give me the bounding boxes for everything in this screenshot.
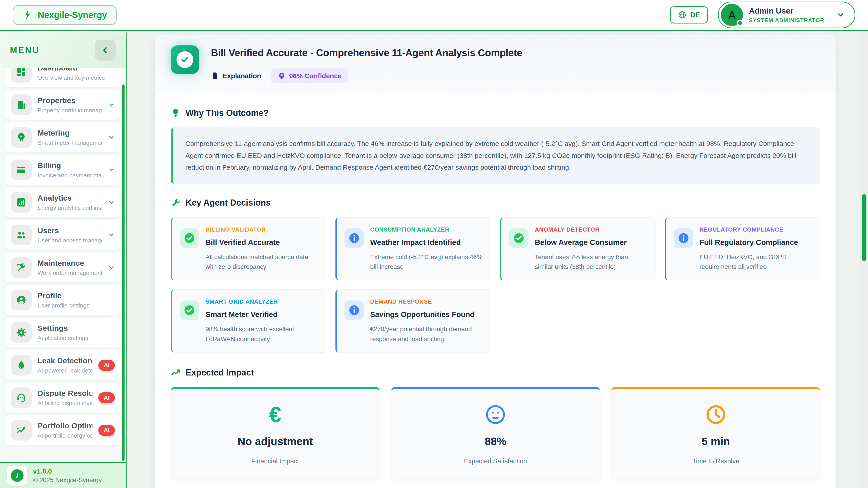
avatar-initial: A [728, 9, 736, 21]
impact-value: No adjustment [176, 435, 375, 448]
impact-value: 88% [396, 435, 595, 448]
wrench-icon [170, 198, 181, 208]
chevron-down-icon [837, 11, 845, 19]
smart-meter-icon [11, 127, 32, 148]
decision-card-billing-validator: BILLING VALIDATORBill Verified AccurateA… [170, 217, 327, 281]
clock-icon [616, 402, 815, 427]
check-circle-icon [180, 300, 199, 320]
sidebar-item-subtitle: Overview and key metrics [37, 74, 115, 81]
sidebar-item-title: Portfolio Optimi… [37, 421, 92, 430]
info-circle-icon [344, 228, 364, 248]
sidebar-item-metering[interactable]: MeteringSmart meter management [5, 123, 121, 152]
decision-title: Savings Opportunities Found [370, 310, 483, 319]
ai-badge: AI [98, 392, 115, 403]
sidebar-item-subtitle: AI billing dispute inve… [37, 400, 92, 407]
ai-badge: AI [98, 360, 115, 371]
decision-title: Full Regulatory Compliance [700, 238, 813, 247]
globe-icon [678, 11, 686, 19]
language-button[interactable]: DE [670, 6, 708, 24]
sidebar-item-subtitle: AI portfolio energy opt… [37, 432, 92, 439]
main-content: Bill Verified Accurate - Comprehensive 1… [127, 33, 868, 488]
agent-name: SMART GRID ANALYZER [206, 298, 318, 305]
sidebar-collapse-button[interactable] [95, 40, 116, 61]
why-text: Comprehensive 11-agent analysis confirms… [185, 138, 808, 173]
bar-chart-icon [11, 192, 32, 213]
decision-card-smart-grid-analyzer: SMART GRID ANALYZERSmart Meter Verified9… [170, 289, 327, 353]
user-name: Admin User [749, 6, 825, 15]
decision-card-anomaly-detector: ANOMALY DETECTORBelow Average ConsumerTe… [500, 217, 656, 281]
gear-icon [11, 322, 32, 343]
decision-title: Below Average Consumer [535, 238, 648, 247]
sidebar-item-maintenance[interactable]: MaintenanceWork order management [5, 253, 121, 283]
decision-card-demand-response: DEMAND RESPONSESavings Opportunities Fou… [336, 289, 491, 353]
dashboard-grid-icon [11, 68, 32, 83]
info-circle-icon [344, 300, 364, 320]
user-role: SYSTEM ADMINISTRATOR [749, 17, 825, 24]
page-title: Bill Verified Accurate - Comprehensive 1… [211, 47, 820, 59]
info-circle-icon [674, 228, 693, 248]
sidebar-item-dashboard[interactable]: DashboardOverview and key metrics [5, 68, 121, 87]
sidebar-item-subtitle: Energy analytics and insights [37, 204, 102, 212]
info-icon: i [7, 466, 27, 486]
building-icon [11, 94, 32, 115]
lightbulb-icon [170, 108, 181, 118]
why-explanation-box: Comprehensive 11-agent analysis confirms… [170, 127, 820, 184]
check-circle-icon [180, 228, 199, 248]
sidebar-item-title: Billing [37, 161, 102, 170]
decision-description: €270/year potential through demand respo… [370, 324, 483, 344]
chevron-down-icon [108, 101, 115, 108]
psychology-icon [278, 72, 285, 80]
chevron-down-icon [108, 264, 115, 271]
page-scrollbar[interactable] [860, 33, 868, 488]
chevron-left-icon [101, 46, 110, 55]
why-heading: Why This Outcome? [170, 108, 820, 118]
impact-card-time-to-resolve: 5 minTime to Resolve [611, 387, 820, 478]
sidebar-scrollbar-thumb[interactable] [122, 85, 125, 461]
sidebar-item-title: Metering [37, 129, 102, 137]
impact-label: Financial Impact [176, 457, 375, 465]
sidebar-item-users[interactable]: UsersUser and access managem… [5, 220, 121, 250]
impact-heading: Expected Impact [170, 367, 820, 378]
sidebar-item-properties[interactable]: PropertiesProperty portfolio manage… [5, 90, 121, 120]
brand-name: Nexgile-Synergy [38, 10, 107, 20]
decision-title: Bill Verified Accurate [206, 238, 318, 247]
sidebar-item-billing[interactable]: BillingInvoice and payment mana… [5, 155, 121, 185]
sidebar-item-dispute-resoluti[interactable]: Dispute Resoluti…AI billing dispute inve… [5, 383, 121, 413]
user-menu[interactable]: A Admin User SYSTEM ADMINISTRATOR [718, 2, 855, 28]
decisions-heading: Key Agent Decisions [170, 198, 820, 208]
impact-value: 5 min [616, 435, 815, 448]
sidebar-item-leak-detection[interactable]: Leak DetectionAI-powered leak dete…AI [5, 350, 121, 380]
sidebar-item-analytics[interactable]: AnalyticsEnergy analytics and insights [5, 188, 121, 217]
explanation-card: Bill Verified Accurate - Comprehensive 1… [155, 35, 836, 488]
decision-description: Extreme cold (-5.2°C avg) explains 46% b… [370, 252, 483, 272]
decision-description: All calculations matched source data wit… [206, 252, 318, 272]
sidebar-item-title: Dashboard [37, 68, 115, 72]
brand-logo[interactable]: Nexgile-Synergy [13, 5, 117, 25]
page-scrollbar-thumb[interactable] [862, 194, 866, 261]
check-circle-icon [509, 228, 528, 248]
sidebar-item-profile[interactable]: ProfileUser profile settings [5, 285, 121, 315]
euro-icon: € [176, 402, 375, 427]
copyright: © 2025 Nexgile-Synergy [33, 477, 102, 484]
sidebar-item-settings[interactable]: SettingsApplication settings [5, 318, 121, 348]
bolt-icon [22, 10, 33, 20]
sidebar-item-subtitle: Smart meter management [37, 139, 102, 147]
sidebar-item-title: Properties [37, 96, 102, 105]
sidebar-item-subtitle: Invoice and payment mana… [37, 172, 102, 179]
online-status-dot [737, 20, 743, 26]
headset-icon [11, 387, 32, 408]
sidebar-item-subtitle: Application settings [37, 335, 115, 341]
sidebar-item-subtitle: User and access managem… [37, 237, 102, 244]
decision-cards: BILLING VALIDATORBill Verified AccurateA… [170, 217, 820, 353]
sidebar-item-subtitle: Property portfolio manage… [37, 107, 102, 114]
decision-title: Weather Impact Identified [370, 238, 483, 247]
trending-up-icon [170, 367, 181, 378]
sidebar-menu-header: MENU [0, 33, 126, 68]
confidence-badge: 96% Confidence [271, 68, 348, 84]
agent-name: BILLING VALIDATOR [206, 226, 318, 233]
sidebar-item-portfolio-optimi[interactable]: Portfolio Optimi…AI portfolio energy opt… [5, 415, 121, 445]
confidence-label: 96% Confidence [289, 72, 342, 80]
person-circle-icon [11, 290, 32, 311]
document-icon [211, 72, 219, 80]
success-check-icon [170, 45, 199, 74]
